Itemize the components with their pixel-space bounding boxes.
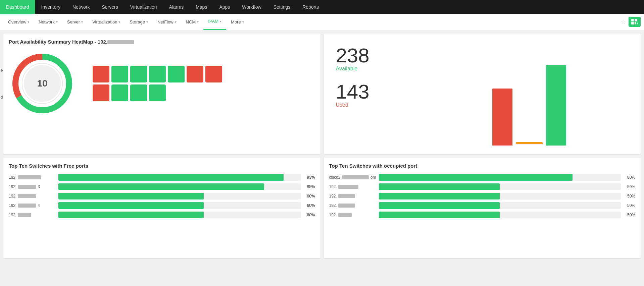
chevron-down-icon: ▾ <box>146 20 148 24</box>
heatmap-cell[interactable] <box>93 66 109 82</box>
svg-rect-0 <box>631 19 634 21</box>
free-ports-title: Top Ten Switches with Free ports <box>9 163 315 169</box>
nav-apps[interactable]: Apps <box>213 0 236 14</box>
donut-labels: Available Used <box>0 50 3 117</box>
available-label: Available <box>0 68 3 73</box>
bar-column-1 <box>492 58 512 146</box>
bar-fill <box>379 212 500 218</box>
nav-virtualization[interactable]: Virtualization <box>124 0 163 14</box>
nav-inventory[interactable]: Inventory <box>35 0 67 14</box>
donut-chart-wrapper: Available Used 10 <box>9 50 76 117</box>
donut-center-value: 10 <box>37 78 47 89</box>
subnav-more[interactable]: More ▾ <box>226 14 249 30</box>
switch-label: 192. <box>9 213 56 217</box>
bar-percentage: 80% <box>624 175 635 180</box>
bar-track <box>58 212 301 218</box>
favorite-star-icon[interactable]: ☆ <box>621 18 626 25</box>
switch-label: 192. 4 <box>9 203 56 208</box>
list-item: 192. 3 85% <box>9 183 315 190</box>
redacted-text <box>342 175 369 179</box>
heatmap-grid <box>93 66 222 101</box>
heatmap-cell[interactable] <box>93 84 109 101</box>
ipam-stats-card: 238 Available 143 Used <box>324 34 641 154</box>
switch-label: 192. 3 <box>9 184 56 189</box>
occupied-ports-list: cisco2om 80% 192. 50% 192. <box>329 174 636 218</box>
heatmap-cell[interactable] <box>130 84 147 101</box>
heatmap-cell[interactable] <box>111 66 128 82</box>
nav-settings[interactable]: Settings <box>267 0 297 14</box>
list-item: 192. 50% <box>329 202 636 209</box>
subnav-network[interactable]: Network ▾ <box>34 14 62 30</box>
nav-dashboard[interactable]: Dashboard <box>0 0 35 14</box>
heatmap-cell[interactable] <box>149 66 166 82</box>
donut-chart: 10 <box>9 50 76 117</box>
heatmap-row-2 <box>93 84 222 101</box>
used-number: 143 <box>336 82 476 102</box>
heatmap-cell[interactable] <box>205 66 222 82</box>
heatmap-row-1 <box>93 66 222 82</box>
chevron-down-icon: ▾ <box>175 20 177 24</box>
svg-rect-2 <box>631 22 634 24</box>
menu-grid-icon: + <box>631 19 638 24</box>
switch-label: 192. <box>329 184 376 189</box>
bar-track <box>58 193 301 199</box>
free-ports-card: Top Ten Switches with Free ports 192. 93… <box>3 158 320 258</box>
nav-maps[interactable]: Maps <box>190 0 213 14</box>
subnav-ncm[interactable]: NCM ▾ <box>181 14 204 30</box>
bar-fill <box>379 174 573 181</box>
chevron-down-icon: ▾ <box>197 20 199 24</box>
nav-network[interactable]: Network <box>66 0 96 14</box>
subnav-storage[interactable]: Storage ▾ <box>125 14 153 30</box>
redacted-text <box>18 194 36 198</box>
occupied-ports-card: Top Ten Switches with occupied port cisc… <box>324 158 641 258</box>
bar-percentage: 60% <box>303 194 315 198</box>
bar-percentage: 93% <box>303 175 315 180</box>
heatmap-cell[interactable] <box>111 84 128 101</box>
bar-percentage: 60% <box>303 213 315 217</box>
switch-label: 192. <box>9 194 56 198</box>
bar-track <box>58 174 301 181</box>
heatmap-card-title: Port Availability Summary HeatMap - 192. <box>9 39 315 45</box>
chevron-down-icon: ▾ <box>56 20 58 24</box>
subnav-ipam[interactable]: IPAM ▾ <box>203 14 226 30</box>
chevron-down-icon: ▾ <box>118 20 120 24</box>
bar-track <box>379 202 621 209</box>
bar-fill <box>58 183 264 190</box>
list-item: 192. 93% <box>9 174 315 181</box>
switch-label: 192. <box>9 175 56 180</box>
bar-red-1 <box>492 89 512 146</box>
nav-alarms[interactable]: Alarms <box>163 0 190 14</box>
list-item: 192. 60% <box>9 212 315 218</box>
redacted-text <box>18 175 41 179</box>
heatmap-cell[interactable] <box>149 84 166 101</box>
svg-text:+: + <box>637 22 638 24</box>
list-item: 192. 60% <box>9 193 315 199</box>
heatmap-cell[interactable] <box>168 66 185 82</box>
subnav-overview[interactable]: Overview ▾ <box>3 14 34 30</box>
heatmap-cell[interactable] <box>130 66 147 82</box>
available-number: 238 <box>336 46 476 66</box>
subnav-netflow[interactable]: NetFlow ▾ <box>153 14 181 30</box>
available-count: 238 Available <box>336 46 476 78</box>
svg-rect-1 <box>635 19 637 21</box>
nav-reports[interactable]: Reports <box>296 0 325 14</box>
bar-track <box>379 212 621 218</box>
ipam-statistics: 238 Available 143 Used <box>329 39 482 149</box>
redacted-text <box>18 185 36 189</box>
heatmap-cell[interactable] <box>187 66 203 82</box>
bar-fill <box>58 212 204 218</box>
bar-fill <box>58 202 204 209</box>
heatmap-content: Available Used 10 <box>9 50 315 117</box>
dashboard-menu-button[interactable]: + <box>629 17 641 27</box>
nav-servers[interactable]: Servers <box>96 0 124 14</box>
used-label: Used <box>0 95 3 100</box>
bar-percentage: 50% <box>624 203 635 208</box>
redacted-ip <box>107 40 134 44</box>
bar-percentage: 50% <box>624 184 635 189</box>
subnav-virtualization[interactable]: Virtualization ▾ <box>88 14 125 30</box>
nav-workflow[interactable]: Workflow <box>236 0 267 14</box>
switch-label: cisco2om <box>329 175 376 180</box>
subnav-server[interactable]: Server ▾ <box>62 14 88 30</box>
switch-label: 192. <box>329 203 376 208</box>
free-ports-list: 192. 93% 192. 3 85% 192. <box>9 174 315 218</box>
